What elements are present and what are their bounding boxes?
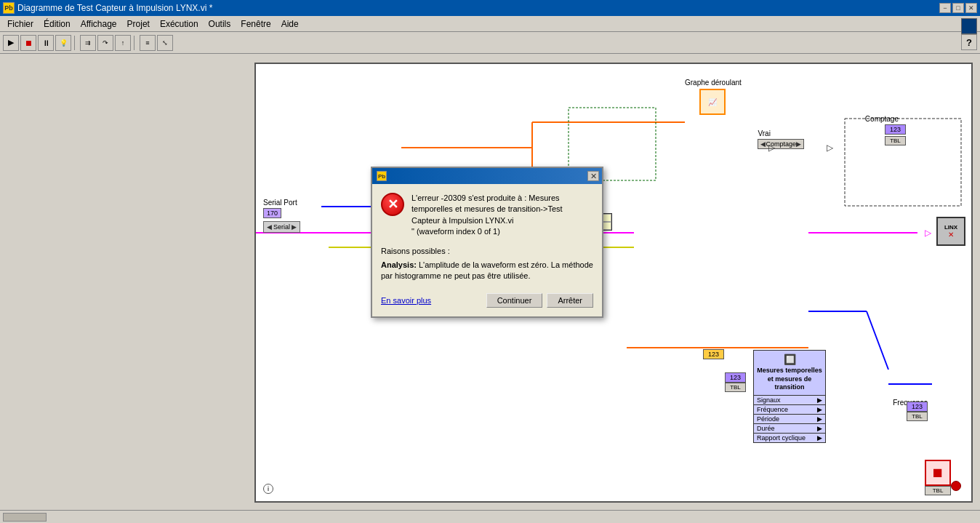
comptage-label: Comptage [865,115,899,123]
mesures-signaux: Signaux▶ [753,396,826,405]
mesures-duree: Durée▶ [753,424,826,434]
toolbar-sep-1 [74,36,77,50]
horizontal-scrollbar[interactable] [0,510,980,523]
run-button[interactable]: ▶ [3,35,19,51]
arrow-vrai-2: ▷ [827,143,833,153]
close-button[interactable]: ✕ [965,3,977,13]
help-button[interactable]: ? [961,34,977,50]
menu-fenetre[interactable]: Fenêtre [236,17,275,31]
menu-affichage[interactable]: Affichage [76,17,121,31]
menu-edition[interactable]: Édition [39,17,75,31]
stop-box: ⏹ TBL [925,460,951,495]
labview-brand-icon [961,18,977,34]
graphe-icon: 📈 [699,89,726,115]
menu-aide[interactable]: Aide [277,17,303,31]
error-message: L'erreur -20309 s'est produite à : Mesur… [411,193,593,238]
menu-outils[interactable]: Outils [204,17,236,31]
step-out-button[interactable]: ↑ [115,35,131,51]
title-controls[interactable]: − □ ✕ [939,3,977,13]
dialog-close-button[interactable]: ✕ [587,171,599,181]
reorder-button[interactable]: ≡ [140,35,156,51]
scrollbar-thumb[interactable] [3,513,47,522]
title-bar-left: Pb Diagramme de Test Capteur à Impulsion… [3,2,212,14]
error-main-row: ✕ L'erreur -20309 s'est produite à : Mes… [381,193,593,238]
vrai-label: Vrai ◀Comptage▶ [758,129,804,149]
error-dialog-body: ✕ L'erreur -20309 s'est produite à : Mes… [372,184,602,316]
mesures-freq: Fréquence▶ [753,405,826,415]
abort-button[interactable]: ⏹ [20,35,36,51]
toolbar-sep-2 [134,36,137,50]
menu-execution[interactable]: Exécution [156,17,203,31]
mesures-rapport: Rapport cyclique▶ [753,434,826,443]
number-box-1: 123 TBL [725,372,746,392]
error-footer: En savoir plus Continuer Arrêter [381,290,593,308]
minimize-button[interactable]: − [939,3,951,13]
title-bar: Pb Diagramme de Test Capteur à Impulsion… [0,0,980,16]
learn-more-link[interactable]: En savoir plus [381,296,431,305]
mesures-periode: Période▶ [753,415,826,424]
svg-line-12 [867,311,888,370]
step-into-button[interactable]: ⇉ [80,35,96,51]
comptage-box: 123 TBL [885,124,906,145]
error-icon: ✕ [381,193,404,216]
block-diagram[interactable]: Serial Port 170 ◀Serial▶ LINX ✻ AI Chann… [254,63,973,503]
error-dialog: Pb ✕ ✕ L'erreur -20309 s'est produite à … [371,167,603,318]
dialog-icon: Pb [377,171,387,181]
canvas-area: Serial Port 170 ◀Serial▶ LINX ✻ AI Chann… [0,54,980,510]
continuer-button[interactable]: Continuer [486,293,543,308]
mesures-block: 🔲 Mesures temporelles et mesures de tran… [753,350,826,443]
menu-fichier[interactable]: Fichier [3,17,38,31]
title-icon: Pb [3,2,15,14]
error-analysis-text: Analysis: L'amplitude de la waveform est… [381,260,593,282]
stop-red-circle [951,481,961,491]
graphe-label: Graphe déroulant [685,79,742,87]
number-box-orange: 123 [703,349,724,359]
toolbar: ▶ ⏹ ⏸ 💡 ⇉ ↷ ↑ ≡ ⤡ [0,32,980,54]
error-raisons-label: Raisons possibles : [381,247,593,255]
menu-bar: Fichier Édition Affichage Projet Exécuti… [0,16,980,32]
title-text: Diagramme de Test Capteur à Impulsion LY… [17,3,212,13]
wiring-diagram [256,64,971,501]
serial-port-label: Serial Port 170 ◀Serial▶ [263,199,300,233]
clean-button[interactable]: ⤡ [157,35,173,51]
freq-box: 123 TBL [907,402,928,421]
arreter-button[interactable]: Arrêter [547,293,593,308]
menu-projet[interactable]: Projet [123,17,154,31]
step-over-button[interactable]: ↷ [97,35,113,51]
arrow-pink-right: ▷ [925,228,931,238]
linx-right-top: LINX ✕ [936,217,965,246]
pause-button[interactable]: ⏸ [38,35,54,51]
highlight-button[interactable]: 💡 [55,35,71,51]
info-icon: i [263,484,273,494]
error-dialog-titlebar: Pb ✕ [372,168,602,184]
dialog-buttons: Continuer Arrêter [486,293,593,308]
maximize-button[interactable]: □ [952,3,964,13]
arrow-vrai: ▷ [768,143,775,153]
